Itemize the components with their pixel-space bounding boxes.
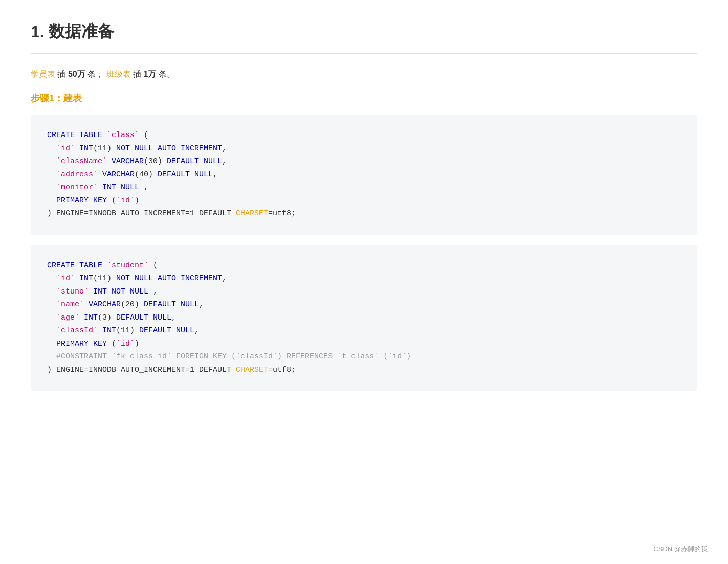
code-block-student: CREATE TABLE `student` ( `id` INT(11) NO…: [31, 245, 697, 391]
code-line: PRIMARY KEY (`id`): [47, 194, 681, 208]
code-line: ) ENGINE=INNODB AUTO_INCREMENT=1 DEFAULT…: [47, 207, 681, 220]
footer-text: CSDN @赤脚的我: [653, 545, 708, 554]
intro-bold-10k: 1万: [143, 70, 156, 78]
title-number: 1.: [31, 22, 45, 41]
code-line: `name` VARCHAR(20) DEFAULT NULL,: [47, 298, 681, 311]
code-line: `monitor` INT NULL ,: [47, 181, 681, 194]
page-container: 1. 数据准备 学员表 插 50万 条， 班级表 插 1万 条。 步骤1：建表 …: [31, 20, 697, 391]
code-line: ) ENGINE=INNODB AUTO_INCREMENT=1 DEFAULT…: [47, 364, 681, 377]
intro-text-1: 插: [55, 70, 68, 78]
step-title: 步骤1：建表: [31, 92, 697, 104]
code-line: `className` VARCHAR(30) DEFAULT NULL,: [47, 155, 681, 168]
intro-text: 学员表 插 50万 条， 班级表 插 1万 条。: [31, 69, 697, 80]
code-line: `address` VARCHAR(40) DEFAULT NULL,: [47, 168, 681, 182]
code-line: `age` INT(3) DEFAULT NULL,: [47, 311, 681, 325]
code-line: `classId` INT(11) DEFAULT NULL,: [47, 324, 681, 337]
intro-bold-500k: 50万: [68, 70, 85, 78]
code-line: CREATE TABLE `student` (: [47, 259, 681, 273]
intro-link-class[interactable]: 班级表: [104, 70, 130, 78]
intro-text-2: 条，: [85, 70, 104, 78]
page-title: 1. 数据准备: [31, 20, 697, 43]
intro-text-4: 条。: [156, 70, 174, 78]
title-divider: [31, 53, 697, 54]
code-block-class: CREATE TABLE `class` ( `id` INT(11) NOT …: [31, 115, 697, 235]
code-line: `id` INT(11) NOT NULL AUTO_INCREMENT,: [47, 272, 681, 285]
code-line: PRIMARY KEY (`id`): [47, 337, 681, 351]
intro-link-student[interactable]: 学员表: [31, 70, 55, 78]
code-line: #CONSTRAINT `fk_class_id` FOREIGN KEY (`…: [47, 350, 681, 364]
code-line: `id` INT(11) NOT NULL AUTO_INCREMENT,: [47, 142, 681, 155]
title-chinese: 数据准备: [49, 20, 114, 43]
code-line: CREATE TABLE `class` (: [47, 129, 681, 142]
intro-text-3: 插: [131, 70, 144, 78]
code-line: `stuno` INT NOT NULL ,: [47, 285, 681, 299]
